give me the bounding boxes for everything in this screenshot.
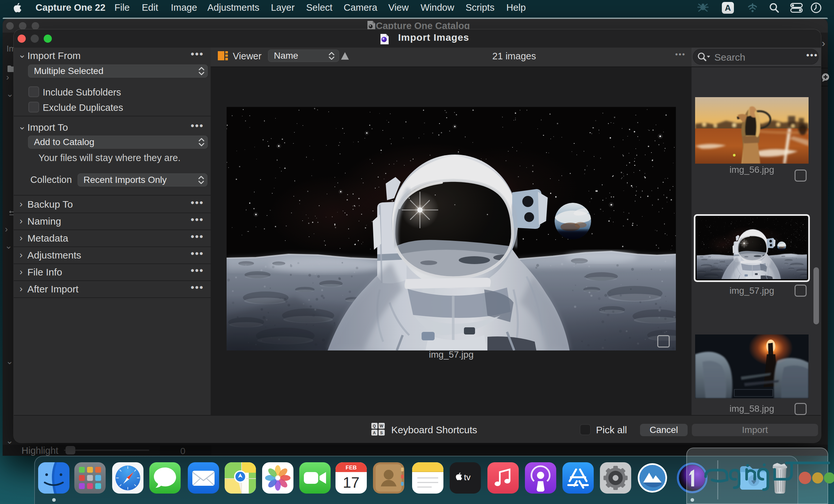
svg-text:W: W (379, 424, 383, 429)
svg-text:A: A (725, 3, 731, 13)
svg-text:S: S (380, 431, 383, 435)
svg-text:FEB: FEB (346, 464, 357, 471)
svg-text:Q: Q (373, 424, 376, 429)
svg-text:A: A (373, 431, 376, 435)
svg-text:tv: tv (464, 473, 470, 482)
svg-text:17: 17 (343, 474, 359, 491)
